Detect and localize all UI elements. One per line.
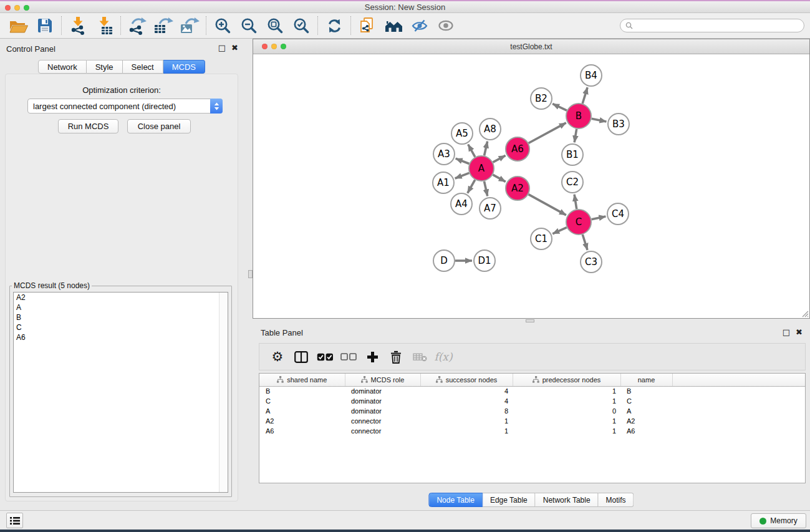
cell-name[interactable]: A2: [620, 416, 672, 426]
graph-node-D[interactable]: D: [433, 250, 455, 271]
cell-MCDS-role[interactable]: dominator: [345, 406, 420, 416]
tab-network-table[interactable]: Network Table: [536, 493, 599, 507]
tab-mcds[interactable]: MCDS: [163, 60, 205, 74]
edge-A-A5[interactable]: [468, 144, 475, 157]
edge-A-A3[interactable]: [456, 158, 470, 163]
graph-node-A3[interactable]: A3: [433, 143, 455, 165]
home-button[interactable]: [380, 14, 407, 37]
tab-node-table[interactable]: Node Table: [428, 493, 483, 507]
zoom-network-button[interactable]: [281, 44, 286, 49]
column-header-shared-name[interactable]: shared name: [259, 374, 345, 386]
cell-shared-name[interactable]: A2: [259, 416, 345, 426]
run-mcds-button[interactable]: Run MCDS: [58, 119, 118, 133]
close-window-button[interactable]: [5, 5, 11, 11]
graph-node-A6[interactable]: A6: [506, 137, 529, 161]
close-panel-icon[interactable]: ✖: [796, 327, 803, 337]
result-item[interactable]: C: [14, 322, 228, 332]
deselect-all-columns-button[interactable]: [337, 345, 360, 369]
open-session-button[interactable]: [6, 14, 32, 37]
apply-layout-button[interactable]: [321, 14, 347, 37]
cell-name[interactable]: C: [620, 396, 672, 406]
vertical-split-grip[interactable]: [248, 270, 253, 278]
edge-A6-B[interactable]: [529, 123, 566, 143]
cell-MCDS-role[interactable]: dominator: [345, 386, 420, 396]
import-network-button[interactable]: [65, 14, 91, 37]
graph-node-A2[interactable]: A2: [506, 177, 529, 200]
cell-MCDS-role[interactable]: dominator: [345, 396, 420, 406]
column-header-name[interactable]: name: [620, 374, 672, 386]
graph-node-C4[interactable]: C4: [607, 203, 629, 225]
edge-B-B3[interactable]: [592, 118, 607, 122]
cell-MCDS-role[interactable]: connector: [345, 426, 420, 436]
cell-shared-name[interactable]: A6: [259, 426, 345, 436]
tab-network[interactable]: Network: [38, 60, 87, 74]
table-row[interactable]: Adominator80A: [259, 406, 805, 416]
save-session-button[interactable]: [32, 14, 58, 37]
table-row[interactable]: A6connector11A6: [259, 426, 805, 436]
zoom-selected-button[interactable]: [288, 14, 314, 37]
column-header-successor-nodes[interactable]: successor nodes: [420, 374, 513, 386]
search-input[interactable]: [636, 21, 799, 30]
cell-successor-nodes[interactable]: 1: [420, 416, 513, 426]
graph-node-C1[interactable]: C1: [531, 228, 552, 249]
mcds-result-list[interactable]: A2ABCA6: [13, 292, 228, 493]
close-network-button[interactable]: [262, 44, 268, 49]
result-item[interactable]: B: [14, 312, 228, 322]
graph-node-A4[interactable]: A4: [451, 193, 472, 215]
zoom-out-button[interactable]: [236, 14, 262, 37]
cell-successor-nodes[interactable]: 4: [420, 396, 513, 406]
cell-name[interactable]: A6: [620, 426, 672, 436]
import-table-button[interactable]: [91, 14, 117, 37]
result-item[interactable]: A2: [14, 293, 228, 302]
edge-B-B2[interactable]: [552, 104, 567, 110]
cell-MCDS-role[interactable]: connector: [345, 416, 420, 426]
cell-shared-name[interactable]: C: [259, 396, 345, 406]
cell-predecessor-nodes[interactable]: 1: [513, 426, 620, 436]
edge-C-C4[interactable]: [592, 216, 606, 220]
tab-edge-table[interactable]: Edge Table: [483, 493, 536, 507]
attribute-table[interactable]: shared nameMCDS rolesuccessor nodesprede…: [259, 374, 805, 436]
tab-select[interactable]: Select: [123, 60, 163, 74]
cell-predecessor-nodes[interactable]: 0: [513, 406, 620, 416]
graph-node-D1[interactable]: D1: [474, 250, 495, 271]
export-table-button[interactable]: [150, 14, 176, 37]
show-column-selector-button[interactable]: [289, 345, 313, 369]
cell-name[interactable]: B: [620, 386, 672, 396]
result-item[interactable]: A: [14, 302, 228, 312]
function-builder-button[interactable]: f(x): [432, 345, 455, 369]
table-settings-button[interactable]: ⚙: [266, 345, 289, 369]
edge-B-B4[interactable]: [582, 87, 587, 104]
graph-node-B2[interactable]: B2: [531, 88, 552, 109]
cell-successor-nodes[interactable]: 1: [420, 426, 513, 436]
graph-node-C2[interactable]: C2: [562, 172, 583, 193]
edge-A-A8[interactable]: [485, 142, 488, 156]
edge-A-A7[interactable]: [484, 181, 487, 196]
create-column-button[interactable]: [360, 345, 384, 369]
graph-node-A[interactable]: A: [469, 156, 494, 181]
table-row[interactable]: Bdominator41B: [259, 386, 805, 396]
zoom-fit-button[interactable]: [262, 14, 288, 37]
graph-node-B3[interactable]: B3: [608, 114, 629, 135]
cell-predecessor-nodes[interactable]: 1: [513, 386, 620, 396]
graph-node-B4[interactable]: B4: [581, 65, 602, 86]
graph-node-A5[interactable]: A5: [451, 123, 473, 144]
edge-C-C2[interactable]: [574, 195, 577, 209]
cell-name[interactable]: A: [620, 406, 672, 416]
cell-successor-nodes[interactable]: 4: [420, 386, 513, 396]
select-all-columns-button[interactable]: [313, 345, 337, 369]
edge-A2-C[interactable]: [529, 195, 566, 215]
memory-button[interactable]: Memory: [751, 513, 806, 528]
graph-node-A7[interactable]: A7: [480, 198, 501, 219]
close-panel-button[interactable]: Close panel: [127, 119, 191, 133]
zoom-in-button[interactable]: [210, 14, 236, 37]
graph-node-B1[interactable]: B1: [562, 144, 583, 165]
cell-shared-name[interactable]: B: [259, 386, 345, 396]
edge-A-A2[interactable]: [493, 175, 505, 181]
criterion-select[interactable]: largest connected component (directed): [27, 99, 223, 114]
show-task-history-button[interactable]: [6, 513, 23, 528]
network-graph-canvas[interactable]: AA1A2A3A4A5A6A7A8BB1B2B3B4CC1C2C3C4DD1: [253, 54, 809, 318]
graph-node-A1[interactable]: A1: [433, 172, 454, 193]
clone-network-button[interactable]: [354, 14, 380, 37]
export-image-button[interactable]: [176, 14, 203, 37]
network-window-titlebar[interactable]: testGlobe.txt: [253, 39, 809, 54]
